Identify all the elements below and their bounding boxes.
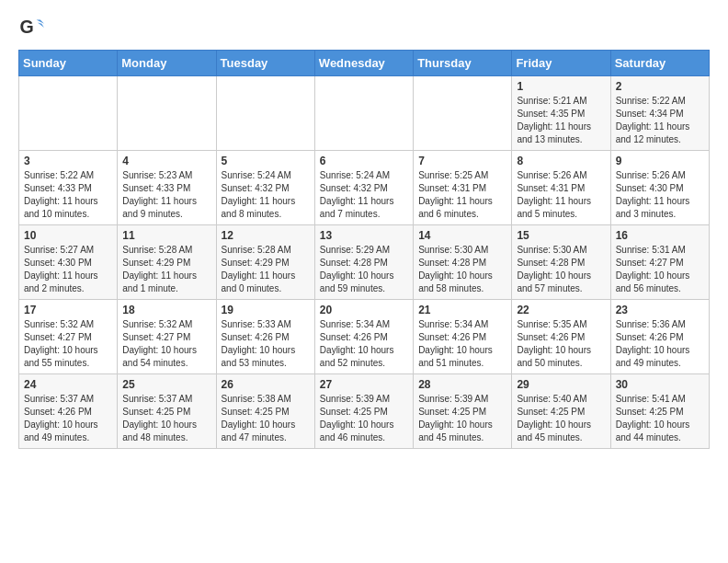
day-info: Sunrise: 5:24 AM Sunset: 4:32 PM Dayligh… bbox=[222, 169, 310, 221]
day-number: 14 bbox=[418, 229, 506, 242]
day-info: Sunrise: 5:33 AM Sunset: 4:26 PM Dayligh… bbox=[222, 318, 310, 370]
day-number: 11 bbox=[122, 229, 210, 242]
day-info: Sunrise: 5:34 AM Sunset: 4:26 PM Dayligh… bbox=[418, 318, 506, 370]
weekday-header: Thursday bbox=[414, 51, 512, 76]
calendar-cell: 28Sunrise: 5:39 AM Sunset: 4:25 PM Dayli… bbox=[414, 374, 512, 449]
calendar-cell: 13Sunrise: 5:29 AM Sunset: 4:28 PM Dayli… bbox=[314, 225, 413, 300]
calendar-cell: 8Sunrise: 5:26 AM Sunset: 4:31 PM Daylig… bbox=[512, 151, 610, 225]
calendar-cell: 20Sunrise: 5:34 AM Sunset: 4:26 PM Dayli… bbox=[314, 300, 413, 374]
calendar-week-row: 3Sunrise: 5:22 AM Sunset: 4:33 PM Daylig… bbox=[19, 151, 710, 225]
day-info: Sunrise: 5:27 AM Sunset: 4:30 PM Dayligh… bbox=[24, 244, 112, 295]
day-info: Sunrise: 5:22 AM Sunset: 4:33 PM Dayligh… bbox=[24, 169, 112, 221]
day-number: 25 bbox=[122, 378, 210, 391]
svg-marker-1 bbox=[37, 20, 44, 24]
day-number: 21 bbox=[418, 304, 506, 316]
day-number: 18 bbox=[122, 304, 210, 316]
calendar-week-row: 17Sunrise: 5:32 AM Sunset: 4:27 PM Dayli… bbox=[19, 300, 710, 374]
calendar-cell: 5Sunrise: 5:24 AM Sunset: 4:32 PM Daylig… bbox=[216, 151, 314, 225]
day-info: Sunrise: 5:40 AM Sunset: 4:25 PM Dayligh… bbox=[517, 393, 605, 444]
svg-text:G: G bbox=[19, 17, 33, 37]
day-number: 30 bbox=[616, 378, 704, 391]
calendar-cell: 9Sunrise: 5:26 AM Sunset: 4:30 PM Daylig… bbox=[610, 151, 709, 225]
day-number: 2 bbox=[616, 80, 704, 93]
day-info: Sunrise: 5:37 AM Sunset: 4:26 PM Dayligh… bbox=[24, 393, 112, 444]
calendar-cell: 2Sunrise: 5:22 AM Sunset: 4:34 PM Daylig… bbox=[610, 76, 709, 151]
day-info: Sunrise: 5:32 AM Sunset: 4:27 PM Dayligh… bbox=[122, 318, 210, 370]
day-info: Sunrise: 5:35 AM Sunset: 4:26 PM Dayligh… bbox=[517, 318, 605, 370]
day-info: Sunrise: 5:30 AM Sunset: 4:28 PM Dayligh… bbox=[418, 244, 506, 295]
day-number: 5 bbox=[222, 155, 310, 167]
weekday-header-row: SundayMondayTuesdayWednesdayThursdayFrid… bbox=[19, 51, 710, 76]
day-info: Sunrise: 5:26 AM Sunset: 4:31 PM Dayligh… bbox=[517, 169, 605, 221]
calendar-cell bbox=[19, 76, 118, 151]
day-number: 9 bbox=[616, 155, 704, 167]
calendar-cell: 23Sunrise: 5:36 AM Sunset: 4:26 PM Dayli… bbox=[610, 300, 709, 374]
day-number: 10 bbox=[24, 229, 112, 242]
calendar-cell: 18Sunrise: 5:32 AM Sunset: 4:27 PM Dayli… bbox=[118, 300, 216, 374]
calendar-cell: 29Sunrise: 5:40 AM Sunset: 4:25 PM Dayli… bbox=[512, 374, 610, 449]
calendar-cell: 17Sunrise: 5:32 AM Sunset: 4:27 PM Dayli… bbox=[19, 300, 118, 374]
calendar-cell: 1Sunrise: 5:21 AM Sunset: 4:35 PM Daylig… bbox=[512, 76, 610, 151]
day-number: 8 bbox=[517, 155, 605, 167]
logo-icon: G bbox=[18, 15, 44, 40]
day-info: Sunrise: 5:24 AM Sunset: 4:32 PM Dayligh… bbox=[320, 169, 408, 221]
calendar-cell: 25Sunrise: 5:37 AM Sunset: 4:25 PM Dayli… bbox=[118, 374, 216, 449]
day-info: Sunrise: 5:28 AM Sunset: 4:29 PM Dayligh… bbox=[222, 244, 310, 295]
weekday-header: Saturday bbox=[610, 51, 709, 76]
day-number: 4 bbox=[122, 155, 210, 167]
day-number: 29 bbox=[517, 378, 605, 391]
calendar-week-row: 1Sunrise: 5:21 AM Sunset: 4:35 PM Daylig… bbox=[19, 76, 710, 151]
day-number: 15 bbox=[517, 229, 605, 242]
day-info: Sunrise: 5:34 AM Sunset: 4:26 PM Dayligh… bbox=[320, 318, 408, 370]
day-number: 3 bbox=[24, 155, 112, 167]
day-info: Sunrise: 5:32 AM Sunset: 4:27 PM Dayligh… bbox=[24, 318, 112, 370]
calendar-cell bbox=[118, 76, 216, 151]
weekday-header: Wednesday bbox=[314, 51, 413, 76]
calendar-cell: 27Sunrise: 5:39 AM Sunset: 4:25 PM Dayli… bbox=[314, 374, 413, 449]
weekday-header: Sunday bbox=[19, 51, 118, 76]
day-number: 13 bbox=[320, 229, 408, 242]
calendar-cell bbox=[314, 76, 413, 151]
day-number: 6 bbox=[320, 155, 408, 167]
day-info: Sunrise: 5:22 AM Sunset: 4:34 PM Dayligh… bbox=[616, 95, 704, 146]
day-number: 12 bbox=[222, 229, 310, 242]
calendar-cell: 3Sunrise: 5:22 AM Sunset: 4:33 PM Daylig… bbox=[19, 151, 118, 225]
weekday-header: Monday bbox=[118, 51, 216, 76]
day-number: 19 bbox=[222, 304, 310, 316]
day-number: 22 bbox=[517, 304, 605, 316]
day-info: Sunrise: 5:31 AM Sunset: 4:27 PM Dayligh… bbox=[616, 244, 704, 295]
calendar-cell: 11Sunrise: 5:28 AM Sunset: 4:29 PM Dayli… bbox=[118, 225, 216, 300]
day-number: 23 bbox=[616, 304, 704, 316]
day-info: Sunrise: 5:30 AM Sunset: 4:28 PM Dayligh… bbox=[517, 244, 605, 295]
calendar-cell: 15Sunrise: 5:30 AM Sunset: 4:28 PM Dayli… bbox=[512, 225, 610, 300]
calendar-cell: 4Sunrise: 5:23 AM Sunset: 4:33 PM Daylig… bbox=[118, 151, 216, 225]
calendar-week-row: 10Sunrise: 5:27 AM Sunset: 4:30 PM Dayli… bbox=[19, 225, 710, 300]
day-info: Sunrise: 5:29 AM Sunset: 4:28 PM Dayligh… bbox=[320, 244, 408, 295]
weekday-header: Tuesday bbox=[216, 51, 314, 76]
calendar-cell: 7Sunrise: 5:25 AM Sunset: 4:31 PM Daylig… bbox=[414, 151, 512, 225]
day-info: Sunrise: 5:36 AM Sunset: 4:26 PM Dayligh… bbox=[616, 318, 704, 370]
day-number: 27 bbox=[320, 378, 408, 391]
day-info: Sunrise: 5:41 AM Sunset: 4:25 PM Dayligh… bbox=[616, 393, 704, 444]
calendar-cell: 30Sunrise: 5:41 AM Sunset: 4:25 PM Dayli… bbox=[610, 374, 709, 449]
day-info: Sunrise: 5:23 AM Sunset: 4:33 PM Dayligh… bbox=[122, 169, 210, 221]
calendar-cell: 16Sunrise: 5:31 AM Sunset: 4:27 PM Dayli… bbox=[610, 225, 709, 300]
calendar-cell: 12Sunrise: 5:28 AM Sunset: 4:29 PM Dayli… bbox=[216, 225, 314, 300]
calendar-cell: 10Sunrise: 5:27 AM Sunset: 4:30 PM Dayli… bbox=[19, 225, 118, 300]
day-info: Sunrise: 5:25 AM Sunset: 4:31 PM Dayligh… bbox=[418, 169, 506, 221]
day-info: Sunrise: 5:39 AM Sunset: 4:25 PM Dayligh… bbox=[418, 393, 506, 444]
calendar-cell: 14Sunrise: 5:30 AM Sunset: 4:28 PM Dayli… bbox=[414, 225, 512, 300]
day-number: 7 bbox=[418, 155, 506, 167]
logo: G bbox=[18, 15, 48, 40]
calendar-cell: 24Sunrise: 5:37 AM Sunset: 4:26 PM Dayli… bbox=[19, 374, 118, 449]
calendar-cell: 19Sunrise: 5:33 AM Sunset: 4:26 PM Dayli… bbox=[216, 300, 314, 374]
day-number: 20 bbox=[320, 304, 408, 316]
calendar: SundayMondayTuesdayWednesdayThursdayFrid… bbox=[18, 50, 710, 449]
day-number: 17 bbox=[24, 304, 112, 316]
day-number: 1 bbox=[517, 80, 605, 93]
day-info: Sunrise: 5:37 AM Sunset: 4:25 PM Dayligh… bbox=[122, 393, 210, 444]
day-info: Sunrise: 5:26 AM Sunset: 4:30 PM Dayligh… bbox=[616, 169, 704, 221]
calendar-cell: 26Sunrise: 5:38 AM Sunset: 4:25 PM Dayli… bbox=[216, 374, 314, 449]
day-info: Sunrise: 5:21 AM Sunset: 4:35 PM Dayligh… bbox=[517, 95, 605, 146]
day-number: 26 bbox=[222, 378, 310, 391]
